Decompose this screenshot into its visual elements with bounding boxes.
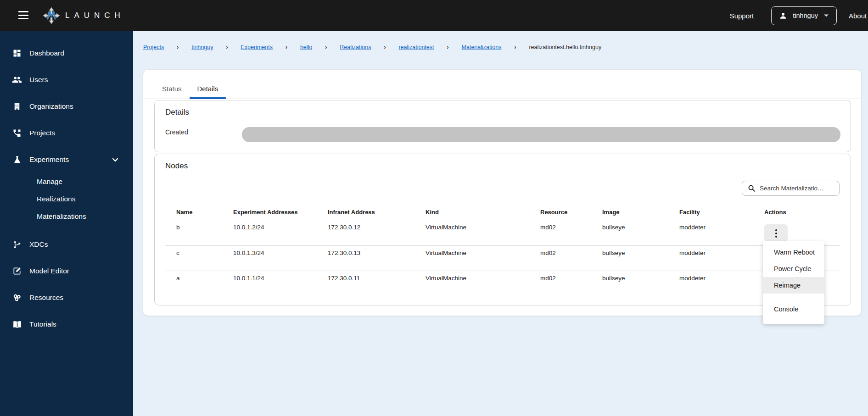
column-header: Experiment Addresses [233,204,328,220]
kebab-icon [775,229,777,238]
sidebar-subitem-manage[interactable]: Manage [0,173,133,190]
menu-item-reimage[interactable]: Reimage [763,277,824,294]
breadcrumb-separator-icon: › [226,44,228,50]
sidebar-item-users[interactable]: Users [0,67,133,93]
breadcrumb-link-projects[interactable]: Projects [143,44,164,50]
tab-status[interactable]: Status [154,70,190,99]
cell-experiment-addresses: 10.0.1.2/24 [233,220,328,245]
organizations-icon [12,101,22,111]
cell-facility: moddeter [679,271,764,296]
launch-logo-icon [42,6,61,25]
cell-name: b [165,220,233,245]
node-actions-menu: Warm Reboot Power Cycle Reimage Console [763,241,824,324]
created-label: Created [165,128,188,136]
users-icon [12,75,22,85]
nodes-table: Name Experiment Addresses Infranet Addre… [165,204,840,296]
sidebar-item-resources[interactable]: Resources [0,284,133,311]
breadcrumb-separator-icon: › [177,44,179,50]
cell-infranet-address: 172.30.0.12 [328,220,426,245]
chevron-down-icon [112,158,118,162]
menu-item-power-cycle[interactable]: Power Cycle [763,261,824,277]
column-header: Actions [764,204,840,220]
app-logo[interactable]: LAUNCH [42,6,125,25]
tutorials-icon [12,319,22,329]
column-header: Image [602,204,679,220]
tab-bar: Status Details [143,70,861,99]
breadcrumb-link-experiment[interactable]: hello [300,44,312,50]
sidebar-item-projects[interactable]: Projects [0,120,133,146]
sidebar-item-tutorials[interactable]: Tutorials [0,311,133,338]
projects-icon [12,128,22,138]
sidebar-item-organizations[interactable]: Organizations [0,93,133,120]
column-header: Name [165,204,233,220]
search-input[interactable] [760,185,834,192]
breadcrumb: Projects › tinhnguy › Experiments › hell… [143,44,601,50]
cell-name: c [165,245,233,271]
support-link[interactable]: Support [730,12,754,20]
row-actions-kebab-button[interactable] [764,224,788,242]
model-editor-icon [12,266,22,276]
breadcrumb-link-experiments[interactable]: Experiments [241,44,272,50]
cell-kind: VirtualMachine [426,245,540,271]
breadcrumb-separator-icon: › [447,44,449,50]
cell-image: bullseye [602,220,679,245]
user-menu-button[interactable]: tinhnguy [771,6,837,25]
breadcrumb-separator-icon: › [325,44,327,50]
sidebar-subitem-materializations[interactable]: Materializations [0,208,133,225]
resources-icon [12,293,22,303]
cell-image: bullseye [602,271,679,296]
sidebar-item-label: Dashboard [29,49,64,57]
search-box [742,181,840,196]
sidebar-item-label: Organizations [29,102,73,111]
breadcrumb-link-materializations[interactable]: Materializations [462,44,502,50]
sidebar-item-label: Model Editor [29,267,69,275]
username-label: tinhnguy [793,12,818,19]
hamburger-menu-icon[interactable] [18,11,28,19]
details-panel-title: Details [165,108,189,117]
details-panel: Details Created [154,100,851,152]
sidebar-item-dashboard[interactable]: Dashboard [0,40,133,67]
cell-experiment-addresses: 10.0.1.1/24 [233,271,328,296]
sidebar-item-xdcs[interactable]: XDCs [0,231,133,258]
sidebar-item-experiments[interactable]: Experiments [0,146,133,173]
menu-item-console[interactable]: Console [763,301,824,317]
breadcrumb-link-realizations[interactable]: Realizations [340,44,371,50]
cell-resource: md02 [540,220,602,245]
sidebar-item-label: Projects [29,129,55,137]
cell-experiment-addresses: 10.0.1.3/24 [233,245,328,271]
breadcrumb-current: realizationtest.hello.tinhnguy [529,44,601,50]
column-header: Kind [426,204,540,220]
breadcrumb-link-realization[interactable]: realizationtest [398,44,434,50]
cell-resource: md02 [540,271,602,296]
tab-label: Status [162,85,182,93]
cell-image: bullseye [602,245,679,271]
dashboard-icon [12,48,22,58]
about-link[interactable]: About [849,12,868,20]
active-tab-indicator [190,97,226,99]
xdcs-icon [12,239,22,250]
table-row: a 10.0.1.1/24 172.30.0.11 VirtualMachine… [165,271,840,296]
user-icon [779,11,787,20]
sidebar-item-label: Tutorials [29,320,56,328]
column-header: Resource [540,204,602,220]
breadcrumb-separator-icon: › [286,44,287,50]
cell-resource: md02 [540,245,602,271]
sidebar-item-label: Experiments [29,155,69,164]
tab-details[interactable]: Details [190,70,226,99]
search-icon [748,184,756,192]
menu-divider [763,294,824,301]
sidebar-item-label: Users [29,76,48,84]
table-row: c 10.0.1.3/24 172.30.0.13 VirtualMachine… [165,245,840,271]
sidebar-item-model-editor[interactable]: Model Editor [0,258,133,284]
breadcrumb-separator-icon: › [514,44,516,50]
breadcrumb-link-user[interactable]: tinhnguy [191,44,213,50]
sidebar-subitem-realizations[interactable]: Realizations [0,190,133,208]
breadcrumb-separator-icon: › [384,44,386,50]
table-row: b 10.0.1.2/24 172.30.0.12 VirtualMachine… [165,220,840,245]
sidebar-item-label: Resources [29,294,63,302]
main-content: Projects › tinhnguy › Experiments › hell… [133,31,868,416]
menu-item-warm-reboot[interactable]: Warm Reboot [763,244,824,261]
column-header: Facility [679,204,764,220]
table-header-row: Name Experiment Addresses Infranet Addre… [165,204,840,220]
cell-kind: VirtualMachine [426,271,540,296]
